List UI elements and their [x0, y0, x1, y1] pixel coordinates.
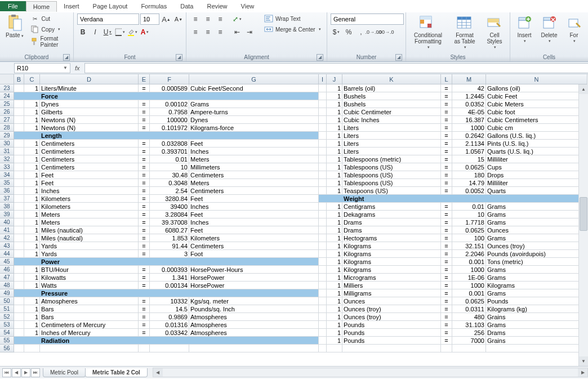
cell[interactable]: 0.393701 — [150, 148, 189, 155]
cell[interactable]: Meters — [189, 179, 319, 187]
cell[interactable]: 6080.27 — [150, 226, 189, 234]
row-header-41[interactable]: 41 — [0, 226, 14, 234]
cell[interactable]: 1 — [24, 211, 40, 218]
cell[interactable] — [14, 297, 24, 305]
tab-review[interactable]: Review — [200, 1, 234, 11]
cell[interactable]: 1 — [24, 305, 40, 313]
cell[interactable]: Grams — [486, 289, 587, 297]
cell[interactable]: Bushels — [342, 100, 441, 108]
cell[interactable] — [452, 345, 486, 352]
row-header-50[interactable]: 50 — [0, 297, 14, 305]
row-header-48[interactable]: 48 — [0, 282, 14, 289]
italic-button[interactable]: I — [90, 26, 101, 38]
cell[interactable]: Atmospheres — [40, 297, 139, 305]
cell[interactable] — [319, 274, 327, 282]
cell[interactable]: 1 — [24, 195, 40, 203]
cell[interactable] — [14, 203, 24, 211]
tab-file[interactable]: File — [0, 1, 26, 11]
cell[interactable]: Liters — [342, 132, 441, 140]
cell[interactable]: Kilograms — [486, 282, 587, 289]
cell[interactable] — [14, 321, 24, 329]
cell[interactable]: Centimeters — [189, 171, 319, 179]
name-box[interactable]: R10▼ — [14, 63, 70, 73]
cell[interactable]: = — [441, 163, 452, 171]
cell[interactable]: = — [441, 132, 452, 140]
cell[interactable] — [14, 84, 24, 92]
row-header-53[interactable]: 53 — [0, 321, 14, 329]
cell[interactable] — [14, 187, 24, 195]
conditional-formatting-button[interactable]: Conditional Formatting — [409, 14, 447, 51]
cell[interactable] — [14, 211, 24, 218]
cell[interactable] — [14, 329, 24, 337]
cell[interactable]: Inches of Mercury — [40, 329, 139, 337]
cell[interactable]: Quarts — [486, 187, 587, 195]
cell[interactable]: Atmospheres — [189, 329, 319, 337]
cell[interactable] — [441, 345, 452, 352]
cell[interactable]: Bars — [40, 305, 139, 313]
cell[interactable]: 1 — [327, 305, 342, 313]
cell[interactable]: Cubic Feet — [486, 92, 587, 100]
cell[interactable]: 0.01 — [452, 203, 486, 211]
cell[interactable]: Centimeters — [189, 187, 319, 195]
cell[interactable]: 1 — [327, 297, 342, 305]
cell[interactable]: = — [139, 203, 150, 211]
cell[interactable] — [486, 345, 587, 352]
cell[interactable]: 1 — [24, 155, 40, 163]
cell[interactable]: Centimeters — [189, 242, 319, 250]
cell[interactable]: 1 — [24, 171, 40, 179]
tab-home[interactable]: Home — [26, 1, 57, 12]
format-painter-button[interactable]: Format Painter — [29, 35, 70, 48]
cell[interactable]: 1 — [24, 163, 40, 171]
cell[interactable]: 1 — [24, 218, 40, 226]
section-header[interactable]: Pressure — [14, 289, 319, 297]
cell[interactable]: 0.0352 — [452, 100, 486, 108]
cell[interactable]: Cubic Centimeter — [342, 108, 441, 116]
cell[interactable]: 1 — [327, 203, 342, 211]
merge-center-button[interactable]: Merge & Center — [263, 24, 322, 34]
cell[interactable]: = — [441, 250, 452, 258]
cell[interactable]: = — [139, 179, 150, 187]
cell[interactable]: 0.000589 — [150, 84, 189, 92]
cell[interactable]: Ounces (troy) — [342, 305, 441, 313]
cell[interactable]: = — [139, 171, 150, 179]
cell[interactable]: = — [441, 321, 452, 329]
cell[interactable]: Gallons (oil) — [486, 84, 587, 92]
cell[interactable]: Milliliter — [486, 155, 587, 163]
number-dialog-launcher[interactable]: ◢ — [395, 54, 402, 61]
font-dialog-launcher[interactable]: ◢ — [176, 54, 182, 61]
cell[interactable]: = — [139, 84, 150, 92]
cell[interactable]: = — [441, 155, 452, 163]
cell[interactable]: 1 — [327, 163, 342, 171]
spreadsheet-grid[interactable]: BCDEFGIJKLMN 232425262728293031323334353… — [0, 74, 588, 366]
cell[interactable]: = — [139, 108, 150, 116]
cell[interactable]: 16.387 — [452, 116, 486, 124]
cell[interactable]: = — [441, 203, 452, 211]
cell[interactable]: 1 — [24, 329, 40, 337]
cell[interactable]: 1 — [24, 250, 40, 258]
cell[interactable]: = — [139, 100, 150, 108]
section-header[interactable]: Power — [14, 258, 319, 266]
cell[interactable] — [319, 226, 327, 234]
cell[interactable]: 1 — [24, 108, 40, 116]
fill-color-button[interactable] — [127, 26, 138, 38]
cell[interactable]: = — [441, 226, 452, 234]
cell[interactable]: Feet — [189, 140, 319, 148]
cell[interactable]: 0.01 — [150, 155, 189, 163]
cell[interactable] — [189, 345, 319, 352]
row-header-46[interactable]: 46 — [0, 266, 14, 274]
select-all-corner[interactable] — [0, 74, 14, 84]
cell[interactable]: = — [441, 84, 452, 92]
cell[interactable] — [319, 218, 327, 226]
cell[interactable]: Tablespoons (US) — [342, 179, 441, 187]
cut-button[interactable]: ✂Cut — [29, 14, 70, 24]
cell[interactable]: 1 — [327, 155, 342, 163]
cell[interactable]: 1 — [24, 242, 40, 250]
cell[interactable]: Quarts (U.S. liq.) — [486, 148, 587, 155]
cell[interactable]: = — [441, 108, 452, 116]
cell[interactable]: Liters — [342, 140, 441, 148]
row-header-35[interactable]: 35 — [0, 179, 14, 187]
cell[interactable] — [319, 163, 327, 171]
cell[interactable]: Micrograms — [342, 274, 441, 282]
cell[interactable]: 30.48 — [150, 171, 189, 179]
cell[interactable]: 0.0625 — [452, 163, 486, 171]
